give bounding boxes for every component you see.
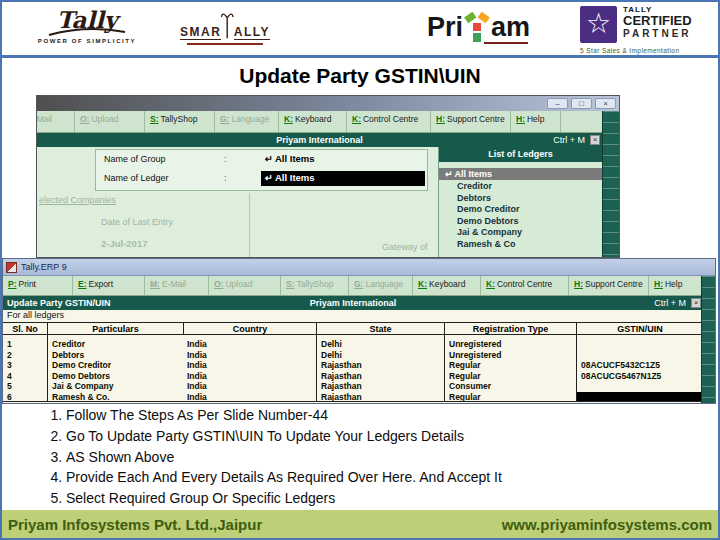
- shortcut-key: S:: [150, 114, 159, 124]
- ledger-item-label: Creditor: [457, 181, 492, 191]
- column-header: Particulars: [47, 322, 183, 335]
- form-row: Name of Group : ↵All Items: [96, 150, 427, 169]
- company-name: Priyam International: [37, 135, 602, 145]
- shortcut-key: H:: [436, 114, 445, 124]
- ledger-item[interactable]: ↵All Items: [439, 168, 602, 180]
- ledger-item[interactable]: Demo Debtors: [439, 216, 602, 228]
- ledger-item-label: Demo Creditor: [457, 204, 520, 214]
- tally-certified-partner-logo: ☆ TALLY CERTIFIED PARTNER 5 Star Sales &…: [580, 5, 718, 55]
- table-cell: Regular: [444, 392, 576, 403]
- group-value-field[interactable]: ↵All Items: [261, 153, 425, 164]
- toolbar-button-control-centre[interactable]: K:Control Centre: [347, 111, 431, 132]
- logo-header: Tally POWER OF SIMPLICITY SMARALLY Pri a…: [2, 2, 718, 58]
- window1-toolbar: M:E-Mail O:Upload S:TallyShop G:Language…: [36, 111, 602, 133]
- toolbar-button-label: Help: [665, 279, 682, 289]
- shortcut-key: H:: [574, 279, 583, 289]
- toolbar-button-help[interactable]: H:Help: [649, 276, 703, 295]
- ledger-list-title: List of Ledgers: [439, 147, 602, 162]
- enter-icon: ↵: [265, 153, 273, 164]
- table-cell: Delhi: [316, 350, 444, 361]
- table-cell: Regular: [444, 360, 576, 371]
- window1-body: Name of Group : ↵All Items Name of Ledge…: [37, 147, 602, 257]
- toolbar-button-language[interactable]: G:Language: [215, 111, 279, 132]
- ledger-select-form: Name of Group : ↵All Items Name of Ledge…: [95, 149, 428, 191]
- toolbar-button-help[interactable]: H:Help: [511, 111, 561, 132]
- toolbar-button-export[interactable]: E:Export: [73, 276, 145, 295]
- close-icon[interactable]: ×: [691, 298, 701, 308]
- priyam-tagline: [484, 42, 528, 44]
- ledger-item[interactable]: Demo Creditor: [439, 204, 602, 216]
- shortcut-key: K:: [284, 114, 293, 124]
- table-cell: Unregistered: [444, 350, 576, 361]
- step-item: Provide Each And Every Details As Requir…: [66, 467, 710, 488]
- table-cell: India: [183, 350, 316, 361]
- star-icon: ☆: [580, 6, 617, 43]
- shortcut-key: S:: [286, 279, 295, 289]
- window2-screen-bar: Update Party GSTIN/UIN Priyam Internatio…: [3, 296, 703, 310]
- toolbar-button-print[interactable]: P:Print: [3, 276, 73, 295]
- gstin-input-field[interactable]: [576, 392, 703, 403]
- toolbar-button-support-centre[interactable]: H:Support Centre: [569, 276, 649, 295]
- shortcut-key: K:: [352, 114, 361, 124]
- shortcut-hint: Ctrl + M: [654, 298, 686, 308]
- ledger-item[interactable]: Jai & Company: [439, 227, 602, 239]
- toolbar-button-email[interactable]: M:E-Mail: [36, 111, 75, 132]
- toolbar-button-tallyshop[interactable]: S:TallyShop: [281, 276, 349, 295]
- toolbar-button-upload[interactable]: O:Upload: [75, 111, 145, 132]
- table-cell: 3: [3, 360, 47, 371]
- toolbar-button-tallyshop[interactable]: S:TallyShop: [145, 111, 215, 132]
- table-cell: Rajasthan: [316, 392, 444, 403]
- ledger-value-field[interactable]: ↵All Items: [261, 171, 425, 186]
- table-cell: [576, 339, 703, 350]
- close-icon[interactable]: ×: [595, 98, 616, 109]
- toolbar-button-label: TallyShop: [161, 114, 198, 124]
- toolbar-button-language[interactable]: G:Language: [349, 276, 413, 295]
- column-header: Country: [183, 322, 316, 335]
- restore-icon[interactable]: □: [571, 98, 592, 109]
- table-cell: Delhi: [316, 339, 444, 350]
- table-cell: Rajasthan: [316, 371, 444, 382]
- window2-body: For all ledgers Sl. No Particulars Count…: [3, 310, 703, 403]
- toolbar-button-label: Support Centre: [447, 114, 505, 124]
- form-separator: :: [224, 173, 227, 183]
- window1-titlebar: – □ ×: [37, 96, 619, 111]
- column-header: Sl. No: [3, 322, 47, 335]
- toolbar-button-support-centre[interactable]: H:Support Centre: [431, 111, 511, 132]
- tally-logo: Tally POWER OF SIMPLICITY: [32, 8, 142, 44]
- partner-line: PARTNER: [623, 28, 692, 40]
- priyam-logo: Pri am: [427, 12, 528, 44]
- toolbar-button-control-centre[interactable]: K:Control Centre: [481, 276, 569, 295]
- table-cell: India: [183, 371, 316, 382]
- priyam-left-text: Pri: [427, 12, 463, 42]
- toolbar-button-label: Upload: [225, 279, 252, 289]
- toolbar-button-upload[interactable]: O:Upload: [209, 276, 281, 295]
- toolbar-button-keyboard[interactable]: K:Keyboard: [413, 276, 481, 295]
- company-name: Priyam International: [3, 298, 703, 308]
- window1-company-bar: Priyam International Ctrl + M ×: [37, 133, 602, 147]
- table-cell: Ramesh & Co.: [47, 392, 183, 403]
- ledger-item[interactable]: Creditor: [439, 181, 602, 193]
- table-cell: India: [183, 339, 316, 350]
- table-cell: 08ACUCF5432C1Z5: [576, 360, 703, 371]
- certified-tagline: 5 Star Sales & Implementation: [580, 47, 718, 54]
- toolbar-button-label: Keyboard: [429, 279, 465, 289]
- toolbar-button-keyboard[interactable]: K:Keyboard: [279, 111, 347, 132]
- shortcut-key: O:: [214, 279, 223, 289]
- minimize-icon[interactable]: –: [547, 98, 568, 109]
- ledger-item[interactable]: Debtors: [439, 193, 602, 205]
- table-cell: Unregistered: [444, 339, 576, 350]
- shortcut-key: K:: [418, 279, 427, 289]
- table-cell: Rajasthan: [316, 360, 444, 371]
- tally-window-ledger-select: – □ × M:E-Mail O:Upload S:TallyShop G:La…: [36, 95, 620, 258]
- ledger-item-label: All Items: [455, 169, 493, 179]
- shortcut-hint: Ctrl + M: [553, 135, 585, 145]
- toolbar-button-label: E-Mail: [162, 279, 186, 289]
- selected-companies-label: elected Companies: [39, 195, 116, 205]
- close-icon[interactable]: ×: [590, 135, 600, 145]
- toolbar-button-email[interactable]: M:E-Mail: [145, 276, 209, 295]
- window-title: Tally.ERP 9: [21, 262, 67, 272]
- table-cell: Demo Creditor: [47, 360, 183, 371]
- window1-button-strip: [602, 111, 619, 257]
- ledger-item[interactable]: Ramesh & Co: [439, 239, 602, 251]
- smartally-tree-icon: [221, 10, 233, 40]
